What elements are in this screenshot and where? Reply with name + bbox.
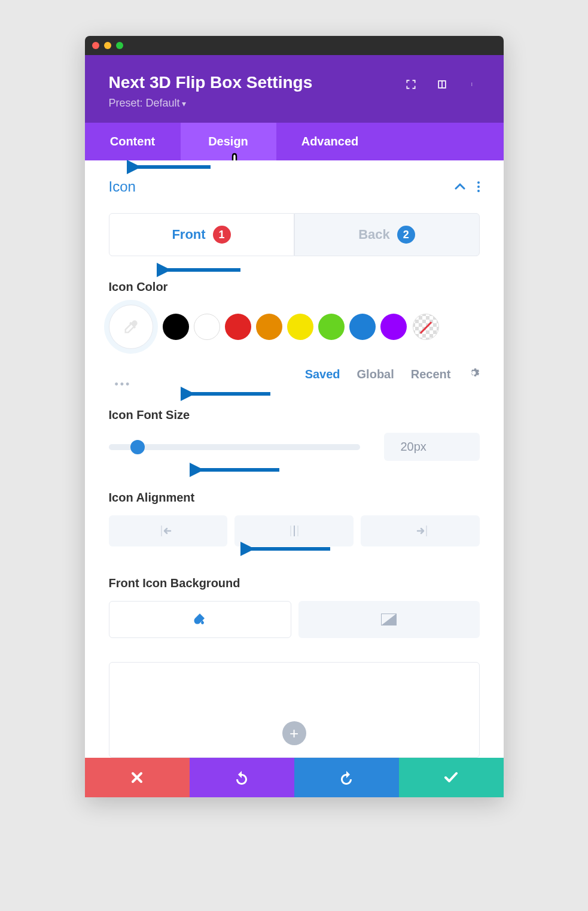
annotation-arrow — [127, 158, 217, 176]
swatch-0[interactable] — [163, 314, 189, 340]
label-icon-alignment: Icon Alignment — [109, 491, 480, 505]
expand-icon[interactable] — [404, 78, 418, 91]
palette-tab-global[interactable]: Global — [357, 368, 394, 381]
color-swatch-row — [109, 305, 480, 349]
add-background-button[interactable]: + — [282, 721, 306, 745]
swatch-5[interactable] — [318, 314, 345, 340]
label-icon-color: Icon Color — [109, 280, 480, 294]
front-back-tabs: Front 1 Back 2 — [109, 213, 480, 256]
svg-rect-8 — [290, 526, 291, 536]
align-center-button[interactable] — [234, 515, 354, 546]
window-minimize-dot[interactable] — [104, 42, 111, 49]
font-size-control: 20px — [109, 433, 480, 461]
bg-gradient-button[interactable] — [298, 601, 480, 638]
svg-rect-9 — [297, 526, 298, 536]
settings-window: Next 3D Flip Box Settings Preset: Defaul… — [85, 36, 504, 797]
swatch-6[interactable] — [349, 314, 376, 340]
swatch-1[interactable] — [194, 314, 220, 340]
save-button[interactable] — [399, 758, 504, 797]
annotation-arrow — [190, 461, 285, 479]
cancel-button[interactable] — [85, 758, 190, 797]
eyedropper-icon — [123, 318, 139, 335]
svg-point-0 — [471, 83, 472, 83]
sub-tab-back[interactable]: Back 2 — [294, 213, 480, 256]
svg-rect-6 — [161, 526, 162, 536]
main-tabs: Content Design Advanced — [85, 123, 504, 160]
bg-fill-button[interactable] — [109, 601, 291, 638]
tab-content[interactable]: Content — [85, 123, 181, 160]
swatch-none[interactable] — [413, 314, 439, 340]
modal-header: Next 3D Flip Box Settings Preset: Defaul… — [85, 55, 504, 123]
header-actions — [404, 78, 480, 91]
section-menu-icon[interactable] — [477, 181, 480, 192]
palette-settings-icon[interactable] — [468, 367, 480, 382]
badge-2: 2 — [397, 226, 415, 244]
palette-tab-recent[interactable]: Recent — [411, 368, 451, 381]
color-picker-button[interactable] — [109, 305, 153, 349]
swatch-2[interactable] — [225, 314, 251, 340]
sub-tab-front-label: Front — [172, 227, 205, 242]
label-front-icon-bg: Front Icon Background — [109, 576, 480, 590]
palette-tabs: Saved Global Recent — [305, 367, 480, 382]
svg-point-1 — [471, 84, 472, 84]
sub-tab-front[interactable]: Front 1 — [109, 213, 294, 256]
undo-button[interactable] — [190, 758, 294, 797]
more-menu-icon[interactable] — [467, 78, 480, 91]
window-maximize-dot[interactable] — [116, 42, 123, 49]
svg-point-2 — [471, 85, 472, 86]
background-preview: + — [109, 662, 480, 758]
tab-design-label: Design — [208, 135, 248, 148]
alignment-buttons — [109, 515, 480, 546]
settings-panel: Icon Front 1 Back 2 Icon Color — [85, 160, 504, 758]
redo-button[interactable] — [294, 758, 399, 797]
annotation-arrow — [157, 261, 246, 279]
swatch-7[interactable] — [380, 314, 407, 340]
badge-1: 1 — [213, 226, 231, 244]
background-type-buttons — [109, 601, 480, 638]
preset-dropdown[interactable]: Preset: Default — [109, 97, 480, 110]
svg-rect-10 — [426, 526, 427, 536]
slider-thumb[interactable] — [130, 440, 145, 454]
more-colors-icon[interactable]: ••• — [109, 376, 138, 393]
modal-footer — [85, 758, 504, 797]
section-title-icon[interactable]: Icon — [109, 178, 136, 195]
window-title-bar — [85, 36, 504, 55]
font-size-slider[interactable] — [109, 444, 360, 450]
font-size-input[interactable]: 20px — [384, 433, 480, 461]
responsive-icon[interactable] — [435, 78, 449, 91]
palette-tab-saved[interactable]: Saved — [305, 368, 340, 381]
align-left-button[interactable] — [109, 515, 228, 546]
section-header: Icon — [109, 178, 480, 195]
collapse-icon[interactable] — [455, 181, 465, 192]
window-close-dot[interactable] — [92, 42, 99, 49]
tab-design[interactable]: Design — [181, 123, 276, 160]
svg-rect-7 — [294, 526, 295, 536]
label-icon-font-size: Icon Font Size — [109, 408, 480, 422]
tab-advanced[interactable]: Advanced — [276, 123, 384, 160]
swatch-3[interactable] — [256, 314, 282, 340]
swatch-4[interactable] — [287, 314, 313, 340]
sub-tab-back-label: Back — [358, 227, 390, 242]
align-right-button[interactable] — [361, 515, 480, 546]
